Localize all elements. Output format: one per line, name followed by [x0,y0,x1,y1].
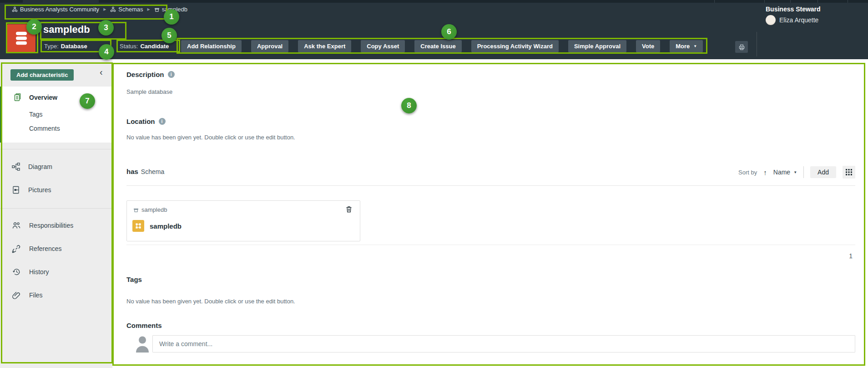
sort-direction-icon[interactable]: ↑ [763,169,767,176]
divider [803,166,804,178]
sidebar-item-overview[interactable]: Overview [13,93,57,102]
delete-relation-icon[interactable] [345,205,353,213]
avatar [766,15,776,25]
location-empty-value[interactable]: No value has been given yet. Double clic… [126,134,295,141]
print-button[interactable] [735,41,748,53]
add-characteristic-button[interactable]: Add characteristic [10,69,74,81]
asset-page: Business Analysts Community ▶ Schemas ▶ … [0,0,868,368]
printer-icon [738,43,746,51]
section-title-text: Comments [126,322,162,329]
card-relation-label: sampledb [141,206,167,213]
card-title-row: sampledb [132,220,182,232]
breadcrumb-label: Business Analysts Community [20,6,99,13]
sort-field-value: Name [773,169,790,176]
header-divider [757,32,757,56]
add-relationship-button[interactable]: Add Relationship [181,40,242,52]
info-icon[interactable]: i [159,118,166,125]
top-strip [0,0,868,3]
breadcrumb-separator-icon: ▶ [103,7,106,11]
sidebar-item-references[interactable]: References [12,244,62,254]
breadcrumb-label: Schemas [118,6,143,13]
asset-box-icon [154,7,160,12]
relation-type: Schema [141,168,164,175]
sidebar-item-diagram[interactable]: Diagram [12,162,52,172]
page-number[interactable]: 1 [849,252,853,260]
divider [126,245,855,245]
people-icon [12,221,21,230]
schema-asset-card[interactable]: sampledb sampledb [126,200,360,241]
create-issue-button[interactable]: Create Issue [414,40,461,52]
copy-asset-button[interactable]: Copy Asset [361,40,405,52]
processing-activity-wizard-button[interactable]: Processing Activity Wizard [471,40,559,52]
paperclip-icon [12,291,21,300]
sort-field-dropdown[interactable]: Name ▼ [773,169,797,176]
status-value: Candidate [140,43,169,50]
community-icon [110,6,116,12]
database-asset-icon [7,24,35,52]
sidebar-item-pictures[interactable]: Pictures [12,185,51,195]
header: Business Analysts Community ▶ Schemas ▶ … [0,0,868,59]
community-icon [12,6,18,12]
status-label: Status: [120,43,138,50]
type-value: Database [61,43,87,50]
info-icon[interactable]: i [168,71,175,78]
sidebar-item-label: History [29,268,49,276]
sidebar-item-responsibilities[interactable]: Responsibilities [12,220,73,230]
chevron-down-icon: ▼ [693,44,697,48]
relation-prefix: has [126,168,138,175]
breadcrumb-separator-icon: ▶ [147,7,150,11]
ask-the-expert-button[interactable]: Ask the Expert [298,40,351,52]
card-asset-title[interactable]: sampledb [150,222,182,230]
schema-sort-controls: Sort by ↑ Name ▼ Add [738,166,855,179]
simple-approval-button[interactable]: Simple Approval [568,40,626,52]
steward-user[interactable]: Eliza Arquette [766,15,818,25]
vote-button[interactable]: Vote [636,40,660,52]
breadcrumb-item-asset[interactable]: sampledb [154,6,187,13]
main-content: Description i Sample database Location i… [112,59,868,368]
breadcrumb-label: sampledb [162,6,187,13]
sidebar-item-history[interactable]: History [12,267,49,277]
sidebar-active-group: Overview Tags Comments [0,87,112,143]
asset-box-icon [133,207,139,213]
history-clock-icon [12,267,21,276]
asset-type[interactable]: Type:Database [44,43,87,50]
collapse-sidebar-icon[interactable]: ‹ [100,67,103,77]
more-button[interactable]: More ▼ [670,40,703,52]
section-title-text: Location [126,118,155,125]
sidebar-item-comments[interactable]: Comments [29,125,60,132]
sidebar-divider [0,208,112,209]
grid-icon [846,169,852,175]
location-section-title: Location i [126,118,166,125]
breadcrumb-item-community[interactable]: Business Analysts Community [12,6,99,13]
breadcrumb: Business Analysts Community ▶ Schemas ▶ … [12,6,187,13]
breadcrumb-item-schemas[interactable]: Schemas [110,6,143,13]
tags-empty-value[interactable]: No value has been given yet. Double clic… [126,298,295,305]
link-icon [12,244,21,253]
sidebar-item-tags[interactable]: Tags [29,111,43,118]
sidebar-item-label: Overview [29,94,57,101]
approval-button[interactable]: Approval [251,40,288,52]
add-schema-button[interactable]: Add [810,166,836,178]
section-title-text: Tags [126,276,142,283]
sort-by-label: Sort by [738,169,757,176]
sidebar-item-label: Responsibilities [29,222,73,229]
chevron-down-icon: ▼ [793,170,797,174]
comments-section-title: Comments [126,322,162,329]
comment-input[interactable] [152,335,855,353]
description-section-title: Description i [126,71,175,78]
sidebar-item-label: Files [29,291,43,299]
asset-status[interactable]: Status:Candidate [120,43,169,50]
more-label: More [676,43,690,50]
sidebar-item-label: References [29,245,62,252]
description-value[interactable]: Sample database [126,88,172,95]
sidebar-item-files[interactable]: Files [12,290,43,300]
type-label: Type: [44,43,59,50]
divider [126,185,855,186]
comment-input-wrap [152,335,855,353]
section-title-text: Description [126,71,164,78]
comment-avatar-icon [135,335,150,353]
sidebar-divider [0,149,112,149]
steward-role-label: Business Steward [766,5,821,13]
grid-view-button[interactable] [843,166,855,179]
has-schema-section-title: has Schema [126,168,164,175]
